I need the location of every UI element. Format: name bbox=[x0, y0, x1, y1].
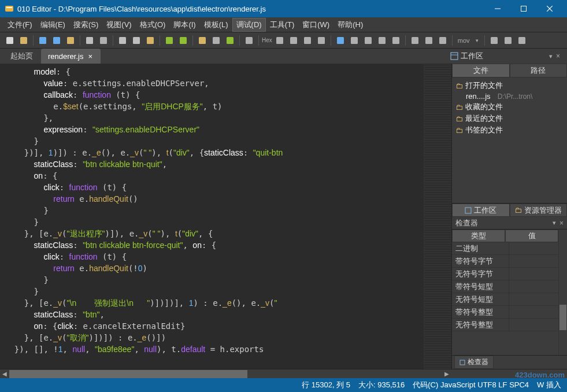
tab-files[interactable]: 文件 bbox=[452, 64, 510, 77]
toolbar-redo-icon[interactable] bbox=[177, 34, 190, 47]
toolbar-replace-icon[interactable] bbox=[224, 34, 236, 47]
workspace-close-icon[interactable]: × bbox=[556, 52, 560, 60]
close-button[interactable] bbox=[536, 0, 562, 17]
svg-rect-21 bbox=[246, 37, 253, 44]
tab-close-icon[interactable]: × bbox=[87, 52, 94, 61]
svg-rect-13 bbox=[119, 37, 126, 44]
window-title: 010 Editor - D:\Program Files\Clash\reso… bbox=[17, 5, 484, 13]
inspector-row[interactable]: 无符号字节 bbox=[452, 268, 558, 280]
toolbar-hex-ed-icon[interactable] bbox=[348, 34, 361, 47]
tree-收藏的文件[interactable]: 🗀收藏的文件 bbox=[453, 101, 566, 113]
toolbar-new-icon[interactable] bbox=[3, 34, 16, 47]
tree-file[interactable]: ren....jsD:\Pr...tron\ bbox=[453, 91, 566, 101]
inspector-row[interactable]: 带符号整型 bbox=[452, 306, 558, 319]
workspace-panel-title: 工作区 bbox=[461, 51, 483, 61]
svg-rect-20 bbox=[227, 37, 234, 44]
svg-rect-39 bbox=[465, 208, 471, 213]
status-encoding[interactable]: 代码(C) JavaScript UTF8 LF SPC4 bbox=[413, 380, 529, 390]
inspector-row[interactable]: 二进制 bbox=[452, 242, 558, 255]
toolbar-find-next-icon[interactable] bbox=[210, 34, 223, 47]
toolbar-save-icon[interactable] bbox=[36, 34, 49, 47]
menu-视图(V)[interactable]: 视图(V) bbox=[102, 18, 135, 32]
workspace-panel-icon bbox=[450, 52, 458, 60]
toolbar-hex-label[interactable]: Hex bbox=[262, 34, 272, 47]
code-editor[interactable]: model: { value: e.settings.enableDHCPSer… bbox=[0, 64, 424, 369]
editor-hscrollbar[interactable]: ◀ ▶ bbox=[0, 369, 451, 378]
inspector-row[interactable]: 带符号字节 bbox=[452, 255, 558, 268]
svg-rect-32 bbox=[425, 37, 432, 44]
col-value[interactable]: 值 bbox=[505, 230, 558, 242]
menu-编辑(E)[interactable]: 编辑(E) bbox=[36, 18, 69, 32]
toolbar-checksum-icon[interactable] bbox=[376, 34, 388, 47]
toolbar-open-icon[interactable] bbox=[17, 34, 30, 47]
toolbar-histogram-icon[interactable] bbox=[390, 34, 402, 47]
toolbar-bookmark-next-icon[interactable] bbox=[423, 34, 435, 47]
menu-格式(O)[interactable]: 格式(O) bbox=[136, 18, 170, 32]
minimap[interactable] bbox=[424, 64, 451, 369]
svg-rect-18 bbox=[199, 37, 206, 44]
toolbar-mov-dropdown-icon[interactable]: ▾ bbox=[473, 34, 481, 47]
inspector-close-icon[interactable]: × bbox=[559, 219, 564, 227]
minimize-button[interactable] bbox=[484, 0, 510, 17]
toolbar-ruler-icon[interactable] bbox=[301, 34, 314, 47]
status-size[interactable]: 大小: 935,516 bbox=[358, 380, 405, 390]
subtab-workspace[interactable]: 工作区 bbox=[452, 204, 510, 217]
tree-打开的文件[interactable]: 🗀打开的文件 bbox=[453, 80, 566, 91]
toolbar-align-icon[interactable] bbox=[287, 34, 300, 47]
workspace-pin-icon[interactable]: ▾ bbox=[549, 53, 553, 60]
toolbar-folder-icon[interactable] bbox=[64, 34, 77, 47]
tab-起始页[interactable]: 起始页 bbox=[3, 49, 40, 64]
tab-paths[interactable]: 路径 bbox=[510, 64, 568, 77]
menu-调试(D)[interactable]: 调试(D) bbox=[232, 18, 266, 32]
toolbar-find-icon[interactable] bbox=[196, 34, 209, 47]
inspector-row[interactable]: 带符号短型 bbox=[452, 280, 558, 293]
inspector-pin-icon[interactable]: ▾ bbox=[553, 219, 556, 227]
folder-icon: 🗀 bbox=[455, 114, 463, 123]
tree-书签的文件[interactable]: 🗀书签的文件 bbox=[453, 124, 566, 136]
subtab-explorer[interactable]: 🗀 资源管理器 bbox=[510, 204, 568, 217]
scroll-right-icon[interactable]: ▶ bbox=[442, 369, 451, 379]
menu-工具(T)[interactable]: 工具(T) bbox=[266, 18, 299, 32]
toolbar-hex-addr-icon[interactable] bbox=[243, 34, 255, 47]
menu-模板(L)[interactable]: 模板(L) bbox=[200, 18, 232, 32]
tree-最近的文件[interactable]: 🗀最近的文件 bbox=[453, 113, 566, 124]
col-type[interactable]: 类型 bbox=[452, 230, 505, 242]
toolbar-paste-icon[interactable] bbox=[144, 34, 157, 47]
status-line-col[interactable]: 行 15302, 列 5 bbox=[302, 380, 350, 390]
toolbar-copy-icon[interactable] bbox=[130, 34, 143, 47]
menubar: 文件(F)编辑(E)搜索(S)视图(V)格式(O)脚本(I)模板(L)调试(D)… bbox=[0, 17, 567, 32]
toolbar-compare-icon[interactable] bbox=[362, 34, 375, 47]
toolbar-cut-icon[interactable] bbox=[116, 34, 129, 47]
toolbar-saveall-icon[interactable] bbox=[50, 34, 63, 47]
menu-窗口(W)[interactable]: 窗口(W) bbox=[298, 18, 333, 32]
toolbar-run-icon[interactable] bbox=[488, 34, 501, 47]
inspector-scrollbar[interactable] bbox=[558, 230, 567, 355]
inspector-row[interactable]: 无符号短型 bbox=[452, 293, 558, 306]
menu-帮助(H)[interactable]: 帮助(H) bbox=[333, 18, 367, 32]
scroll-left-icon[interactable]: ◀ bbox=[0, 369, 9, 379]
svg-rect-11 bbox=[86, 37, 93, 44]
toolbar-calc-icon[interactable] bbox=[334, 34, 347, 47]
svg-rect-28 bbox=[365, 37, 372, 44]
tab-renderer.js[interactable]: renderer.js× bbox=[41, 49, 101, 64]
maximize-button[interactable] bbox=[510, 0, 536, 17]
toolbar-print-preview-icon[interactable] bbox=[97, 34, 110, 47]
toolbar-print-icon[interactable] bbox=[83, 34, 96, 47]
svg-rect-27 bbox=[351, 37, 358, 44]
toolbar-structure-icon[interactable] bbox=[436, 34, 449, 47]
main-area: model: { value: e.settings.enableDHCPSer… bbox=[0, 64, 567, 369]
btab-inspector[interactable]: 检查器 bbox=[454, 356, 494, 369]
menu-脚本(I)[interactable]: 脚本(I) bbox=[169, 18, 199, 32]
inspector-row[interactable]: 无符号整型 bbox=[452, 319, 558, 331]
toolbar-terminal-icon[interactable] bbox=[516, 34, 528, 47]
menu-文件(F)[interactable]: 文件(F) bbox=[3, 18, 36, 32]
toolbar-mov-label[interactable]: mov bbox=[455, 37, 472, 44]
svg-rect-17 bbox=[180, 37, 187, 44]
toolbar-fill-icon[interactable] bbox=[315, 34, 328, 47]
toolbar-undo-icon[interactable] bbox=[163, 34, 176, 47]
status-mode[interactable]: W 插入 bbox=[537, 380, 561, 390]
toolbar-tpl-run-icon[interactable] bbox=[502, 34, 514, 47]
toolbar-bookmark-prev-icon[interactable] bbox=[409, 34, 421, 47]
toolbar-goto-icon[interactable] bbox=[273, 34, 286, 47]
menu-搜索(S)[interactable]: 搜索(S) bbox=[69, 18, 102, 32]
